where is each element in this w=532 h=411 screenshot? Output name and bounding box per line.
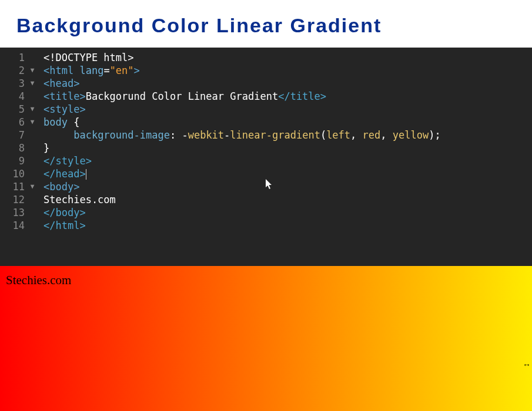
code-line[interactable]: <head> (44, 77, 441, 90)
line-number: 13 (11, 206, 25, 219)
editor-gutter: 12▼3▼45▼6▼7891011▼121314 (0, 48, 40, 266)
line-number: 4 (11, 90, 25, 103)
fold-toggle-icon[interactable]: ▼ (27, 116, 38, 129)
line-number: 14 (11, 219, 25, 232)
line-number: 3 (11, 77, 25, 90)
line-number: 9 (11, 154, 25, 167)
rendered-preview: Stechies.com ↔ (0, 266, 532, 411)
code-line[interactable]: </head> (44, 167, 441, 180)
line-number: 5 (11, 103, 25, 116)
code-line[interactable]: </style> (44, 154, 441, 167)
line-number: 8 (11, 142, 25, 154)
gutter-row: 5▼ (0, 103, 40, 116)
code-line[interactable]: <style> (44, 103, 441, 116)
code-line[interactable]: </html> (44, 219, 441, 232)
page-title: Background Color Linear Gradient (16, 14, 516, 37)
line-number: 1 (11, 51, 25, 64)
page-root: Background Color Linear Gradient 12▼3▼45… (0, 0, 532, 411)
line-number: 11 (11, 180, 25, 193)
fold-toggle-icon[interactable]: ▼ (27, 103, 38, 116)
code-line[interactable]: <html lang="en"> (44, 64, 441, 77)
code-line[interactable]: <body> (44, 180, 441, 193)
gutter-row: 12 (0, 193, 40, 206)
fold-toggle-icon[interactable]: ▼ (27, 180, 38, 193)
gutter-row: 14 (0, 219, 40, 232)
code-line[interactable]: background-image: -webkit-linear-gradien… (44, 129, 441, 142)
resize-handle-icon[interactable]: ↔ (523, 360, 531, 369)
gutter-row: 2▼ (0, 64, 40, 77)
line-number: 6 (11, 116, 25, 129)
gutter-row: 1 (0, 51, 40, 64)
gutter-row: 6▼ (0, 116, 40, 129)
code-line[interactable]: <title>Backgorund Color Linear Gradient<… (44, 90, 441, 103)
code-line[interactable]: <!DOCTYPE html> (44, 51, 441, 64)
line-number: 12 (11, 193, 25, 206)
gutter-row: 7 (0, 129, 40, 142)
gutter-row: 8 (0, 142, 40, 154)
code-editor[interactable]: 12▼3▼45▼6▼7891011▼121314 <!DOCTYPE html>… (0, 48, 532, 266)
fold-toggle-icon[interactable]: ▼ (27, 77, 38, 90)
line-number: 10 (11, 167, 25, 180)
code-line[interactable]: Stechies.com (44, 193, 441, 206)
editor-code-area[interactable]: <!DOCTYPE html><html lang="en"><head><ti… (40, 48, 441, 266)
code-line[interactable]: body { (44, 116, 441, 129)
fold-toggle-icon[interactable]: ▼ (27, 64, 38, 77)
code-line[interactable]: } (44, 142, 441, 154)
gutter-row: 13 (0, 206, 40, 219)
code-line[interactable]: </body> (44, 206, 441, 219)
gutter-row: 9 (0, 154, 40, 167)
line-number: 2 (11, 64, 25, 77)
line-number: 7 (11, 129, 25, 142)
preview-body-text: Stechies.com (6, 273, 71, 287)
gutter-row: 3▼ (0, 77, 40, 90)
page-header: Background Color Linear Gradient (0, 0, 532, 48)
gutter-row: 10 (0, 167, 40, 180)
gutter-row: 11▼ (0, 180, 40, 193)
gutter-row: 4 (0, 90, 40, 103)
